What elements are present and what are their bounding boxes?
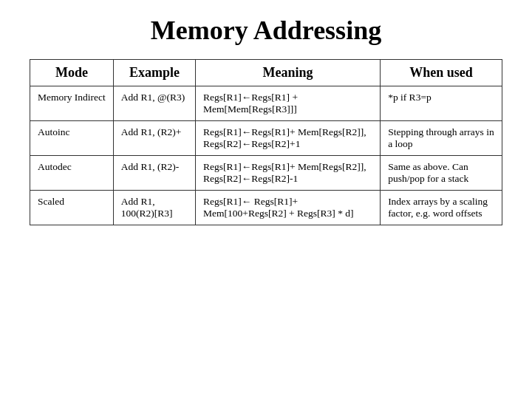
- cell-when_used-3: Index arrays by a scaling factor, e.g. w…: [381, 191, 502, 225]
- table-row: Memory IndirectAdd R1, @(R3)Regs[R1]←Reg…: [30, 86, 502, 121]
- cell-when_used-2: Same as above. Can push/pop for a stack: [381, 156, 502, 191]
- cell-mode-2: Autodec: [30, 156, 114, 191]
- cell-example-1: Add R1, (R2)+: [113, 121, 195, 156]
- cell-meaning-0: Regs[R1]←Regs[R1] + Mem[Mem[Regs[R3]]]: [196, 86, 381, 121]
- page-title: Memory Addressing: [30, 15, 502, 46]
- cell-when_used-0: *p if R3=p: [381, 86, 502, 121]
- col-header-mode: Mode: [30, 60, 114, 86]
- cell-when_used-1: Stepping through arrays in a loop: [381, 121, 502, 156]
- cell-mode-3: Scaled: [30, 191, 114, 225]
- table-row: ScaledAdd R1, 100(R2)[R3]Regs[R1]← Regs[…: [30, 191, 502, 225]
- col-header-meaning: Meaning: [196, 60, 381, 86]
- cell-meaning-1: Regs[R1]←Regs[R1]+ Mem[Regs[R2]], Regs[R…: [196, 121, 381, 156]
- cell-mode-0: Memory Indirect: [30, 86, 114, 121]
- cell-example-2: Add R1, (R2)-: [113, 156, 195, 191]
- cell-meaning-3: Regs[R1]← Regs[R1]+ Mem[100+Regs[R2] + R…: [196, 191, 381, 225]
- cell-example-0: Add R1, @(R3): [113, 86, 195, 121]
- col-header-example: Example: [113, 60, 195, 86]
- cell-mode-1: Autoinc: [30, 121, 114, 156]
- table-row: AutoincAdd R1, (R2)+Regs[R1]←Regs[R1]+ M…: [30, 121, 502, 156]
- table-row: AutodecAdd R1, (R2)-Regs[R1]←Regs[R1]+ M…: [30, 156, 502, 191]
- cell-meaning-2: Regs[R1]←Regs[R1]+ Mem[Regs[R2]], Regs[R…: [196, 156, 381, 191]
- cell-example-3: Add R1, 100(R2)[R3]: [113, 191, 195, 225]
- addressing-table: Mode Example Meaning When used Memory In…: [30, 59, 502, 225]
- col-header-when-used: When used: [381, 60, 502, 86]
